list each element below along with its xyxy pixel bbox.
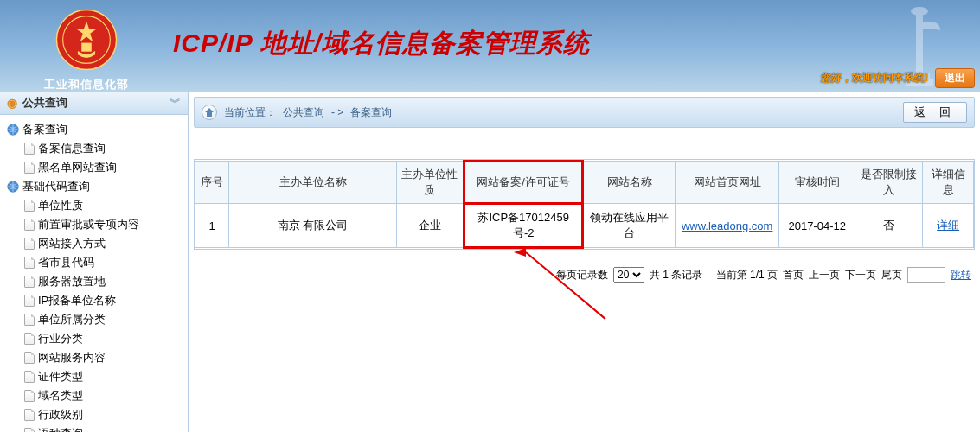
tree-item[interactable]: 备案信息查询 (24, 139, 184, 158)
sidebar-title: 公共查询 (22, 95, 67, 111)
tree-group-beian[interactable]: 备案查询 (7, 120, 184, 139)
page-icon (24, 200, 35, 212)
app-header: 工业和信息化部 ICP/IP 地址/域名信息备案管理系统 您好，欢迎访问本系统!… (0, 0, 980, 92)
pager-last[interactable]: 尾页 (881, 268, 902, 283)
th-sitename: 网站名称 (583, 162, 676, 204)
nav-tree: 备案查询 备案信息查询 黑名单网站查询 基础代码查询 单位性质 前置审批或专项内… (0, 115, 188, 432)
breadcrumb-prefix: 当前位置： (224, 105, 276, 120)
return-button[interactable]: 返 回 (903, 102, 967, 123)
svg-point-4 (911, 7, 928, 16)
welcome-text: 您好，欢迎访问本系统! (821, 71, 928, 86)
cell-license: 苏ICP备17012459号-2 (464, 204, 582, 248)
th-restricted: 是否限制接入 (855, 162, 923, 204)
th-reviewtime: 审核时间 (779, 162, 855, 204)
national-emblem-icon (55, 9, 118, 71)
tree-item[interactable]: 语种查询 (24, 424, 184, 432)
page-icon (24, 295, 35, 307)
home-icon[interactable] (202, 105, 217, 120)
per-page-label: 每页记录数 (556, 268, 608, 283)
cell-nature: 企业 (396, 204, 464, 248)
th-homeurl: 网站首页网址 (676, 162, 779, 204)
th-org: 主办单位名称 (229, 162, 397, 204)
th-nature: 主办单位性质 (396, 162, 464, 204)
page-icon (24, 143, 35, 155)
page-icon (24, 428, 35, 432)
title-area: ICP/IP 地址/域名信息备案管理系统 (173, 0, 980, 61)
welcome-bar: 您好，欢迎访问本系统! 退出 (821, 68, 975, 88)
result-table-wrap: 序号 主办单位名称 主办单位性质 网站备案/许可证号 网站名称 网站首页网址 审… (194, 159, 975, 250)
cell-homeurl: www.leadong.com (676, 204, 779, 248)
pager-jump-input[interactable] (907, 267, 945, 283)
tree-item[interactable]: 单位性质 (24, 196, 184, 215)
pager: 每页记录数 20 共 1 条记录 当前第 1/1 页 首页 上一页 下一页 尾页… (194, 264, 975, 286)
tree-item[interactable]: 服务器放置地 (24, 272, 184, 291)
tree-item[interactable]: 网站服务内容 (24, 348, 184, 367)
globe-icon (7, 181, 19, 193)
globe-icon (7, 124, 19, 136)
tree-item[interactable]: 省市县代码 (24, 253, 184, 272)
tree-item[interactable]: 证件类型 (24, 367, 184, 386)
tree-item[interactable]: 域名类型 (24, 386, 184, 405)
cell-reviewtime: 2017-04-12 (779, 204, 855, 248)
page-icon (24, 333, 35, 345)
result-table: 序号 主办单位名称 主办单位性质 网站备案/许可证号 网站名称 网站首页网址 审… (195, 160, 974, 249)
detail-link[interactable]: 详细 (937, 219, 959, 232)
pager-jump-link[interactable]: 跳转 (951, 268, 971, 283)
breadcrumb-path2: 备案查询 (350, 105, 392, 120)
tree-item[interactable]: 单位所属分类 (24, 310, 184, 329)
main-content: 当前位置： 公共查询 - > 备案查询 返 回 序号 主办单位名称 主办单位性质… (189, 92, 980, 432)
cell-sitename: 领动在线应用平台 (583, 204, 676, 248)
cell-org: 南京 有限公司 (229, 204, 397, 248)
org-name: 工业和信息化部 (0, 77, 173, 92)
th-seq: 序号 (195, 162, 229, 204)
logo-area: 工业和信息化部 (0, 0, 173, 92)
cell-seq: 1 (195, 204, 229, 248)
sidebar-header[interactable]: ◉ 公共查询 ︾ (0, 92, 188, 115)
th-license: 网站备案/许可证号 (464, 162, 582, 204)
tree-item[interactable]: 行业分类 (24, 329, 184, 348)
page-icon (24, 314, 35, 326)
tree-item[interactable]: 网站接入方式 (24, 234, 184, 253)
page-icon (24, 409, 35, 421)
table-row: 1 南京 有限公司 企业 苏ICP备17012459号-2 领动在线应用平台 w… (195, 204, 974, 248)
svg-rect-3 (916, 13, 923, 73)
pager-total: 共 1 条记录 (650, 268, 702, 283)
page-icon (24, 352, 35, 364)
page-icon (24, 276, 35, 288)
page-icon (24, 238, 35, 250)
svg-point-0 (56, 10, 116, 69)
tree-item[interactable]: 黑名单网站查询 (24, 158, 184, 177)
cell-detail: 详细 (923, 204, 974, 248)
per-page-select[interactable]: 20 (613, 267, 644, 283)
bullet-icon: ◉ (7, 96, 17, 110)
breadcrumb: 当前位置： 公共查询 - > 备案查询 返 回 (194, 97, 975, 128)
page-icon (24, 390, 35, 402)
svg-rect-2 (81, 43, 92, 52)
tree-item[interactable]: 前置审批或专项内容 (24, 215, 184, 234)
pager-first[interactable]: 首页 (783, 268, 804, 283)
cell-restricted: 否 (855, 204, 923, 248)
pager-page: 当前第 1/1 页 (716, 268, 778, 283)
system-title: ICP/IP 地址/域名信息备案管理系统 (173, 26, 980, 61)
tree-item[interactable]: 行政级别 (24, 405, 184, 424)
page-icon (24, 257, 35, 269)
tree-group-jichu[interactable]: 基础代码查询 (7, 177, 184, 196)
breadcrumb-path1[interactable]: 公共查询 (283, 105, 324, 120)
page-icon (24, 219, 35, 231)
page-icon (24, 162, 35, 174)
chevron-down-icon: ︾ (170, 95, 181, 111)
logout-button[interactable]: 退出 (935, 68, 975, 88)
home-url-link[interactable]: www.leadong.com (682, 219, 773, 232)
page-icon (24, 371, 35, 383)
breadcrumb-sep: - > (331, 106, 343, 118)
sidebar: ◉ 公共查询 ︾ 备案查询 备案信息查询 黑名单网站查询 基础代码查询 单位性质… (0, 92, 189, 432)
th-detail: 详细信息 (923, 162, 974, 204)
table-header-row: 序号 主办单位名称 主办单位性质 网站备案/许可证号 网站名称 网站首页网址 审… (195, 162, 974, 204)
pager-next[interactable]: 下一页 (845, 268, 876, 283)
pager-prev[interactable]: 上一页 (809, 268, 840, 283)
tree-item[interactable]: IP报备单位名称 (24, 291, 184, 310)
